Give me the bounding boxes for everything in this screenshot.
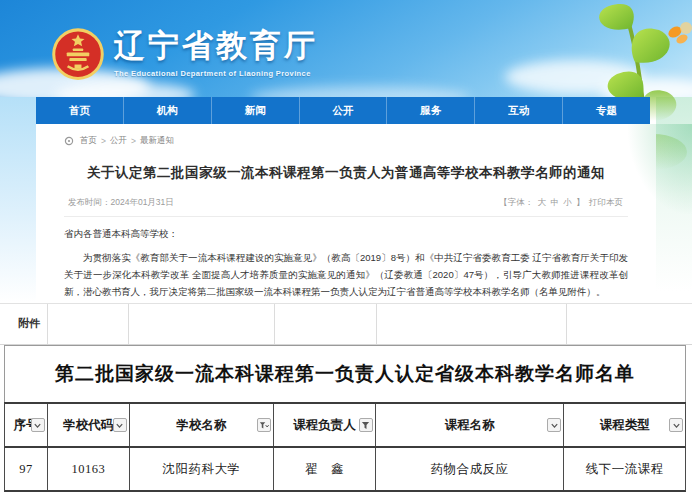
font-tools-open: 【字体： (499, 197, 533, 207)
nav-item-home[interactable]: 首页 (36, 97, 123, 124)
site-name-english: The Educational Department of Liaoning P… (114, 69, 318, 78)
nav-item-news[interactable]: 新闻 (211, 97, 299, 124)
page-tools: 【字体： 大 中 小 】 打印本页 (498, 197, 624, 209)
column-header-course-leader: 课程负责人 (273, 404, 375, 446)
print-page-button[interactable]: 打印本页 (589, 197, 623, 207)
national-emblem-icon (52, 26, 104, 84)
font-tools-close: 】 (576, 197, 585, 207)
nav-item-services[interactable]: 服务 (386, 97, 474, 124)
cell-index: 97 (5, 448, 47, 490)
attachment-row: 附件 (0, 303, 692, 345)
column-header-index: 序号 (5, 404, 47, 446)
cell-school-code: 10163 (47, 448, 129, 490)
grid-line (47, 304, 48, 344)
filter-funnel-icon[interactable] (359, 418, 373, 432)
breadcrumb-separator: > (131, 136, 136, 146)
grid-line (376, 304, 377, 344)
nav-item-topics[interactable]: 专题 (562, 97, 650, 124)
font-size-medium-button[interactable]: 中 (550, 197, 559, 207)
attachment-spreadsheet: 第二批国家级一流本科课程第一负责人认定省级本科教学名师名单 序号 学校代码 学校… (4, 345, 686, 492)
site-title-block: 辽宁省教育厅 The Educational Department of Lia… (114, 26, 318, 78)
filter-chevron-icon[interactable] (669, 418, 683, 432)
article-meta: 发布时间：2024年01月31日 【字体： 大 中 小 】 打印本页 (64, 197, 628, 209)
grid-line (274, 304, 275, 344)
column-header-school-code: 学校代码 (47, 404, 129, 446)
breadcrumb-home[interactable]: 首页 (80, 135, 97, 147)
article-title: 关于认定第二批国家级一流本科课程第一负责人为普通高等学校本科教学名师的通知 (64, 164, 628, 182)
article-paragraph: 为贯彻落实《教育部关于一流本科课程建设的实施意见》（教高〔2019〕8号）和《中… (64, 249, 628, 300)
article-salutation: 省内各普通本科高等学校： (64, 228, 628, 241)
publish-date: 发布时间：2024年01月31日 (68, 197, 174, 209)
filter-chevron-icon[interactable] (547, 418, 561, 432)
filter-chevron-icon[interactable] (31, 418, 45, 432)
location-pin-icon (64, 136, 74, 146)
breadcrumb-public[interactable]: 公开 (110, 135, 127, 147)
grid-line (566, 304, 567, 344)
breadcrumb-separator: > (101, 136, 106, 146)
site-name: 辽宁省教育厅 (114, 26, 318, 66)
filter-funnel-sort-icon[interactable] (257, 418, 271, 432)
main-nav: 首页 机构 新闻 公开 服务 互动 专题 (36, 97, 650, 124)
column-header-school-name: 学校名称 (129, 404, 274, 446)
nav-item-interaction[interactable]: 互动 (474, 97, 562, 124)
content-panel: 首页 > 公开 > 最新通知 关于认定第二批国家级一流本科课程第一负责人为普通高… (36, 124, 656, 303)
meta-divider (64, 216, 628, 217)
breadcrumb: 首页 > 公开 > 最新通知 (64, 135, 628, 147)
table-row: 97 10163 沈阳药科大学 翟 鑫 药物合成反应 线下一流课程 (4, 448, 686, 492)
cell-school-name: 沈阳药科大学 (129, 448, 274, 490)
column-header-course-name: 课程名称 (375, 404, 563, 446)
grid-line (128, 304, 129, 344)
sheet-title: 第二批国家级一流本科课程第一负责人认定省级本科教学名师名单 (4, 345, 686, 402)
column-header-course-type: 课程类型 (563, 404, 685, 446)
site-logo[interactable]: 辽宁省教育厅 The Educational Department of Lia… (52, 26, 318, 84)
cell-course-type: 线下一流课程 (563, 448, 685, 490)
cell-course-name: 药物合成反应 (375, 448, 563, 490)
sheet-header-row: 序号 学校代码 学校名称 课程负责人 (4, 402, 686, 448)
breadcrumb-current: 最新通知 (140, 135, 174, 147)
nav-item-orgs[interactable]: 机构 (123, 97, 211, 124)
page-left-margin (0, 97, 36, 313)
font-size-small-button[interactable]: 小 (563, 197, 572, 207)
nav-item-public[interactable]: 公开 (299, 97, 387, 124)
cell-course-leader: 翟 鑫 (273, 448, 375, 490)
attachment-label: 附件 (18, 316, 40, 331)
filter-chevron-icon[interactable] (113, 418, 127, 432)
butterfly-icon (666, 22, 692, 45)
font-size-large-button[interactable]: 大 (538, 197, 547, 207)
